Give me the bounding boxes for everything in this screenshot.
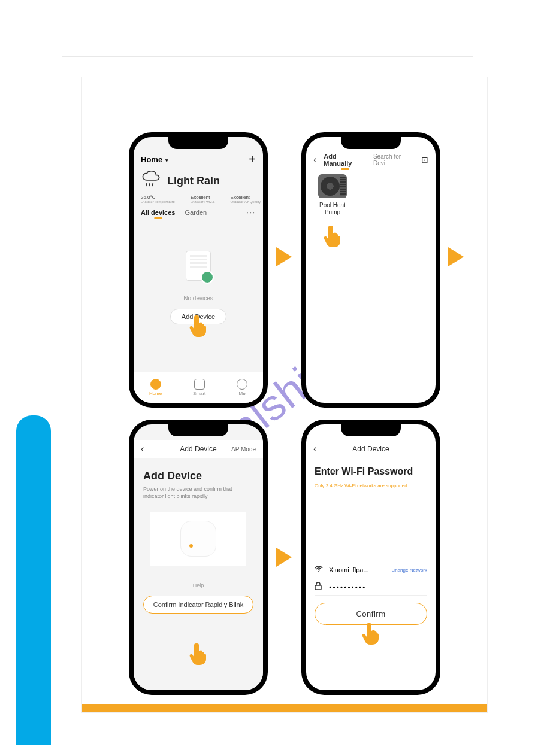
footer-bar xyxy=(82,704,487,712)
wifi-password-row[interactable]: ●●●●●●●●●● xyxy=(315,578,427,596)
pm-value: Excellent xyxy=(191,195,210,200)
home-dropdown[interactable]: Home ▾ xyxy=(141,155,168,164)
temp-value: 26.0°C xyxy=(141,195,156,200)
change-network-link[interactable]: Change Network xyxy=(391,567,427,573)
smart-icon xyxy=(194,379,205,390)
device-pool-heat-pump[interactable]: Pool Heat Pump xyxy=(315,174,350,216)
home-icon xyxy=(150,379,161,390)
tab-garden[interactable]: Garden xyxy=(185,209,207,216)
tab-add-manually[interactable]: Add Manually xyxy=(324,153,366,167)
heat-pump-icon xyxy=(318,174,347,198)
arrow-right-icon xyxy=(448,247,464,266)
device-indicator-image xyxy=(150,512,246,566)
tab-all-devices[interactable]: All devices xyxy=(141,209,175,216)
me-icon xyxy=(237,379,247,390)
add-icon[interactable]: + xyxy=(249,153,256,166)
svg-rect-1 xyxy=(315,585,321,590)
password-field[interactable]: ●●●●●●●●●● xyxy=(329,585,366,589)
confirm-blink-button[interactable]: Confirm Indicator Rapidly Blink xyxy=(143,596,253,614)
page-divider xyxy=(62,56,473,57)
phone-mockup-home: Home ▾ + Light Rain 26.0°COutdoor Temper… xyxy=(129,132,268,408)
scan-icon[interactable]: ⊡ xyxy=(421,155,428,165)
tab-search-device[interactable]: Search for Devi xyxy=(373,153,414,166)
phone-notch xyxy=(341,137,401,149)
card-description: Power on the device and confirm that ind… xyxy=(143,486,253,500)
nav-me[interactable]: Me xyxy=(237,379,247,396)
pointing-hand-icon xyxy=(361,622,380,648)
arrow-right-icon xyxy=(276,247,292,266)
empty-doc-icon xyxy=(186,251,211,281)
pointing-hand-icon xyxy=(189,642,208,669)
card-title: Add Device xyxy=(143,470,253,482)
more-icon[interactable]: ··· xyxy=(247,209,256,216)
device-label: Pool Heat Pump xyxy=(315,202,350,216)
aq-value: Excellent xyxy=(231,195,250,200)
phone-notch xyxy=(168,137,228,149)
arrow-right-icon xyxy=(276,548,292,567)
feedback-tab[interactable] xyxy=(16,415,51,745)
pointing-hand-icon xyxy=(189,314,208,341)
wifi-icon xyxy=(315,566,323,574)
pointing-hand-icon xyxy=(323,224,342,251)
phone-mockup-wifi: ‹ Add Device Enter Wi-Fi Password Only 2… xyxy=(301,420,440,695)
chevron-down-icon: ▾ xyxy=(164,157,168,163)
nav-smart[interactable]: Smart xyxy=(193,379,205,396)
wifi-ssid-row[interactable]: Xiaomi_flpa... Change Network xyxy=(315,562,427,578)
phone-notch xyxy=(168,424,228,436)
wifi-note: Only 2.4 GHz Wi-Fi networks are supporte… xyxy=(315,483,427,488)
rain-cloud-icon xyxy=(141,171,161,191)
no-devices-label: No devices xyxy=(134,295,263,302)
svg-point-0 xyxy=(318,571,319,572)
nav-home[interactable]: Home xyxy=(149,379,162,396)
help-link[interactable]: Help xyxy=(143,582,253,588)
wifi-title: Enter Wi-Fi Password xyxy=(315,466,427,477)
weather-stats: 26.0°COutdoor Temperature ExcellentOutdo… xyxy=(141,195,261,204)
weather-label: Light Rain xyxy=(167,175,220,187)
figure-container: manualshive.com Home ▾ + Light Rain 26.0… xyxy=(81,77,488,713)
lock-icon xyxy=(315,582,323,591)
phone-mockup-confirm-blink: ‹ Add Device AP Mode Add Device Power on… xyxy=(129,420,268,695)
ap-mode-link[interactable]: AP Mode xyxy=(231,446,256,453)
phone-mockup-add-manually: ‹ Add Manually Search for Devi ⊡ Pool He… xyxy=(301,132,440,408)
back-icon[interactable]: ‹ xyxy=(313,154,316,165)
phone-notch xyxy=(341,424,401,436)
ssid-value: Xiaomi_flpa... xyxy=(329,566,369,573)
page-title: Add Device xyxy=(306,445,436,453)
